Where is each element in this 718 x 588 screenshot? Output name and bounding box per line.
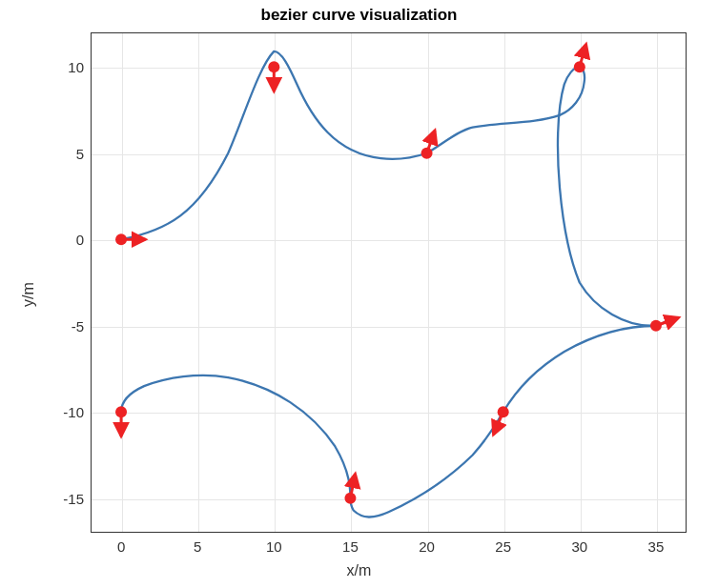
y-tick-label: 5 — [36, 145, 84, 161]
control-point-marker — [650, 320, 662, 332]
x-tick-label: 0 — [117, 538, 125, 555]
chart-container: bezier curve visualization x/m y/m 05101… — [0, 0, 718, 588]
x-axis-label: x/m — [0, 562, 718, 579]
x-tick-label: 10 — [266, 538, 282, 555]
x-tick-label: 20 — [419, 538, 435, 555]
bezier-curve-segment — [350, 412, 503, 517]
x-tick-label: 30 — [571, 538, 587, 555]
control-point-marker — [421, 148, 433, 159]
y-tick-label: -5 — [36, 317, 84, 334]
y-tick-label: 10 — [36, 59, 84, 75]
chart-svg — [91, 32, 687, 533]
control-point-marker — [115, 406, 127, 417]
bezier-curve-segment — [503, 317, 671, 413]
y-axis-label: y/m — [20, 282, 37, 307]
control-point-marker — [498, 406, 509, 417]
x-tick-label: 35 — [648, 538, 665, 555]
x-tick-label: 15 — [342, 538, 359, 555]
x-tick-label: 5 — [194, 538, 201, 555]
control-point-marker — [268, 61, 279, 72]
y-tick-label: -15 — [36, 490, 84, 506]
bezier-curve-segment — [427, 67, 585, 153]
y-tick-label: 0 — [36, 232, 84, 248]
control-point-marker — [344, 493, 356, 504]
x-tick-label: 25 — [495, 538, 511, 555]
y-tick-label: -10 — [36, 404, 84, 420]
bezier-curve-segment — [121, 375, 350, 498]
control-point-marker — [574, 61, 585, 72]
chart-title: bezier curve visualization — [0, 6, 718, 25]
control-point-marker — [115, 233, 127, 245]
